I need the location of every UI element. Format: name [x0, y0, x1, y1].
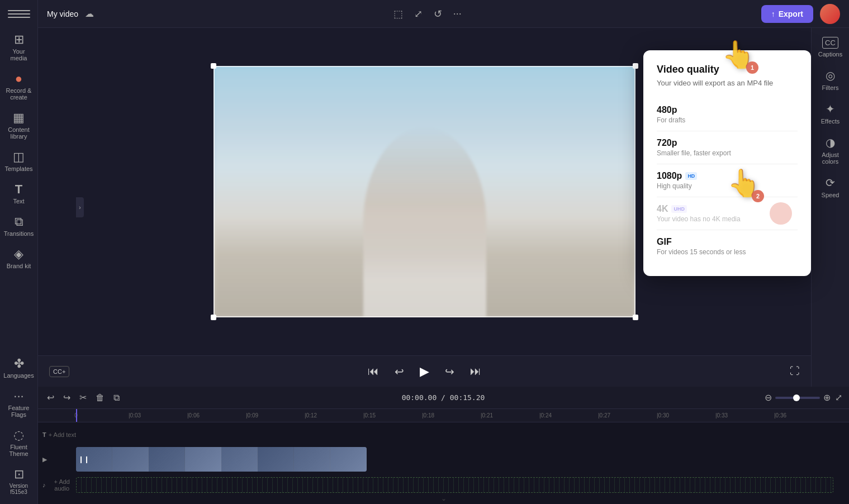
resize-handle-bl[interactable]: [211, 315, 216, 320]
timeline-toolbar: ↩ ↪ ✂ 🗑 ⧉ 00:00.00 / 00:15.20 ⊖ ⊕ ⤢: [38, 387, 849, 409]
export-button[interactable]: ↑ Export: [761, 5, 813, 23]
sidebar-item-label: Your media: [4, 48, 34, 61]
ruler-mark-15: |0:15: [363, 412, 376, 419]
sidebar-item-record-create[interactable]: ● Record &create: [2, 68, 36, 105]
speed-icon: ⟳: [826, 176, 835, 189]
quality-desc-720p: Smaller file, faster export: [657, 149, 798, 157]
quality-panel-title: Video quality: [657, 64, 798, 75]
quality-option-480p[interactable]: 480p For drafts: [657, 98, 798, 131]
quality-option-1080p[interactable]: 1080p HD High quality: [657, 164, 798, 197]
video-frame[interactable]: [214, 66, 635, 317]
rewind-button[interactable]: ↩: [391, 362, 407, 382]
quality-panel-subtitle: Your video will export as an MP4 file: [657, 79, 798, 87]
captions-toggle-button[interactable]: CC+: [49, 366, 69, 377]
adjust-colors-label: Adjustcolors: [822, 151, 839, 165]
resize-handle-br[interactable]: [633, 315, 638, 320]
sidebar-item-templates[interactable]: ◫ Templates: [2, 146, 36, 177]
user-avatar[interactable]: [820, 4, 840, 24]
sidebar-item-your-media[interactable]: ⊞ Your media: [2, 29, 36, 66]
sidebar-item-label: Contentlibrary: [8, 126, 30, 140]
effects-icon: ✦: [826, 102, 835, 116]
ruler-mark-33: |0:33: [715, 412, 728, 419]
languages-icon: ✤: [14, 358, 24, 370]
add-text-button[interactable]: + Add text: [49, 431, 76, 438]
fast-forward-button[interactable]: ↪: [442, 362, 458, 382]
video-track-content: ❙❙: [76, 447, 845, 472]
captions-tool[interactable]: CC Captions: [814, 32, 847, 62]
duplicate-button[interactable]: ⧉: [111, 391, 122, 405]
clip-thumb-8: [330, 447, 367, 472]
undo-button[interactable]: ↩: [45, 390, 56, 405]
more-options-button[interactable]: ···: [450, 4, 465, 23]
quality-label-gif: GIF: [657, 237, 798, 247]
sidebar-item-brand-kit[interactable]: ◈ Brand kit: [2, 244, 36, 274]
delete-button[interactable]: 🗑: [93, 391, 107, 405]
audio-track: ♪ + Add audio: [38, 474, 849, 493]
sidebar-item-label: Languages: [3, 372, 34, 379]
skip-to-start-button[interactable]: ⏮: [364, 362, 382, 381]
rotate-button[interactable]: ↺: [430, 4, 445, 23]
captions-label: Captions: [818, 51, 842, 58]
clip-thumbnails: [76, 447, 367, 472]
content-area: 👆 1 👆 2 CC+ ⏮ ↩ ▶ ↪ ⏭: [38, 28, 849, 387]
quality-desc-480p: For drafts: [657, 116, 798, 124]
sidebar-item-text[interactable]: T Text: [2, 179, 36, 209]
project-title: My video: [47, 9, 78, 18]
sidebar-item-transitions[interactable]: ⧉ Transitions: [2, 211, 36, 241]
expand-timeline-button[interactable]: ⤢: [835, 392, 842, 403]
right-sidebar: CC Captions ◎ Filters ✦ Effects ◑ Adjust…: [811, 28, 849, 387]
adjust-colors-icon: ◑: [826, 136, 835, 149]
crop-button[interactable]: ⬚: [390, 4, 406, 23]
cut-button[interactable]: ✂: [77, 390, 89, 405]
sidebar-item-label: FluentTheme: [9, 444, 28, 457]
skip-to-end-button[interactable]: ⏭: [467, 362, 485, 381]
resize-handle-tr[interactable]: [633, 63, 638, 69]
add-audio-button[interactable]: + Add audio: [48, 478, 77, 492]
ruler-mark-3: |0:03: [129, 412, 141, 419]
playhead[interactable]: [76, 409, 77, 422]
effects-label: Effects: [821, 118, 839, 125]
fullscreen-button[interactable]: ⛶: [790, 365, 800, 377]
topbar: My video ☁ ⬚ ⤢ ↺ ··· ↑ Export: [38, 0, 849, 28]
sidebar-item-feature-flags[interactable]: ··· FeatureFlags: [2, 386, 36, 422]
ruler-mark-27: |0:27: [598, 412, 610, 419]
sidebar-item-fluent-theme[interactable]: ◌ FluentTheme: [2, 425, 36, 462]
clip-pause-button[interactable]: ❙❙: [78, 455, 89, 463]
video-preview: [214, 66, 635, 317]
video-clip[interactable]: ❙❙: [76, 447, 367, 472]
quality-option-gif[interactable]: GIF For videos 15 seconds or less: [657, 230, 798, 263]
left-panel-collapse-button[interactable]: ›: [76, 197, 84, 217]
left-sidebar: ⊞ Your media ● Record &create ▦ Contentl…: [0, 0, 38, 504]
quality-desc-gif: For videos 15 seconds or less: [657, 248, 798, 256]
resize-button[interactable]: ⤢: [411, 4, 426, 23]
sidebar-item-label: Text: [13, 198, 24, 205]
redo-button[interactable]: ↪: [61, 390, 73, 405]
sidebar-item-version: ⊡ Versionf515e3: [2, 464, 36, 500]
quality-option-4k[interactable]: 4K UHD Your video has no 4K media: [657, 197, 798, 230]
quality-desc-1080p: High quality: [657, 182, 798, 190]
save-to-cloud-icon[interactable]: ☁: [85, 8, 94, 19]
zoom-in-button[interactable]: ⊕: [823, 392, 831, 403]
zoom-out-button[interactable]: ⊖: [765, 392, 772, 403]
sidebar-item-languages[interactable]: ✤ Languages: [2, 353, 36, 383]
filters-tool[interactable]: ◎ Filters: [814, 64, 847, 96]
resize-handle-tl[interactable]: [211, 63, 216, 69]
library-icon: ▦: [13, 112, 25, 124]
hamburger-menu[interactable]: [2, 4, 36, 23]
zoom-controls: ⊖ ⊕: [765, 392, 831, 403]
sidebar-item-content-library[interactable]: ▦ Contentlibrary: [2, 107, 36, 144]
flags-icon: ···: [13, 390, 23, 402]
ruler-mark-6: |0:06: [187, 412, 200, 419]
play-button[interactable]: ▶: [416, 361, 433, 382]
effects-tool[interactable]: ✦ Effects: [814, 98, 847, 129]
timeline-ruler: 0 |0:03 |0:06 |0:09 |0:12 |0:15 |0:18 |0…: [38, 409, 849, 422]
text-icon: T: [15, 183, 22, 196]
video-track-icon: ▶: [42, 456, 47, 463]
speed-tool[interactable]: ⟳ Speed: [814, 172, 847, 203]
ruler-mark-36: |0:36: [774, 412, 786, 419]
zoom-slider[interactable]: [775, 397, 820, 399]
zoom-thumb: [793, 394, 800, 401]
quality-option-720p[interactable]: 720p Smaller file, faster export: [657, 131, 798, 164]
audio-track-label: ♪ + Add audio: [42, 478, 76, 492]
adjust-colors-tool[interactable]: ◑ Adjustcolors: [814, 131, 847, 169]
